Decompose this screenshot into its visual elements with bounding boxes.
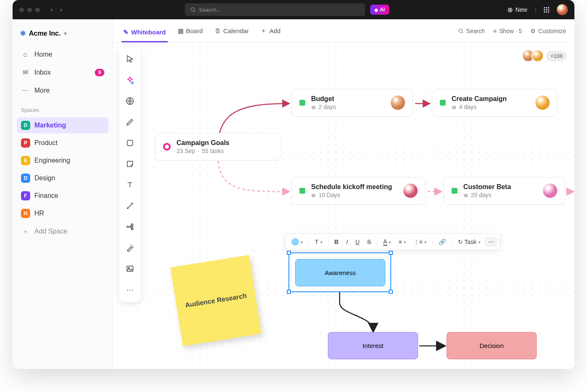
whiteboard-icon: ✎ bbox=[123, 29, 129, 36]
format-toolbar: ▾ T▾ B I U S A▾ ≡▾ ⋮≡▾ 🔗 ↻ Task ▾ bbox=[285, 234, 500, 250]
svg-point-7 bbox=[132, 224, 133, 226]
fill-color-picker[interactable]: ▾ bbox=[288, 236, 306, 247]
whiteboard-canvas[interactable]: +108 ⋯ bbox=[113, 43, 574, 369]
svg-rect-10 bbox=[127, 266, 133, 272]
status-dot-icon bbox=[299, 100, 305, 106]
inbox-badge: 9 bbox=[95, 69, 104, 76]
tab-board[interactable]: ▦ Board bbox=[176, 24, 205, 38]
flow-awareness[interactable]: Awareness bbox=[295, 259, 385, 286]
spaces-heading: Spaces bbox=[17, 100, 109, 116]
svg-point-0 bbox=[191, 8, 194, 11]
list-icon: ≣ bbox=[452, 104, 457, 110]
status-dot-icon bbox=[299, 188, 305, 194]
space-design[interactable]: D Design bbox=[17, 170, 109, 186]
workspace-switcher[interactable]: ✻ Acme Inc. ▾ bbox=[17, 26, 109, 41]
bold-button[interactable]: B bbox=[331, 237, 342, 247]
show-filter[interactable]: ≡ Show · 5 bbox=[493, 28, 522, 34]
svg-point-2 bbox=[459, 29, 462, 32]
link-button[interactable]: 🔗 bbox=[435, 237, 449, 247]
more-tools[interactable]: ⋯ bbox=[122, 282, 138, 298]
italic-button[interactable]: I bbox=[343, 237, 351, 247]
space-product[interactable]: P Product bbox=[17, 135, 109, 151]
nav-inbox[interactable]: ✉ Inbox 9 bbox=[17, 64, 109, 80]
svg-point-9 bbox=[132, 228, 133, 230]
tab-add-view[interactable]: ＋Add bbox=[259, 23, 282, 38]
list-icon: ≣ bbox=[463, 192, 468, 198]
window-controls[interactable] bbox=[13, 8, 47, 12]
back-button[interactable]: ‹ bbox=[51, 6, 53, 13]
calendar-icon: 🗓 bbox=[215, 27, 221, 34]
nav-home[interactable]: ⌂ Home bbox=[17, 47, 109, 62]
gear-icon: ⚙ bbox=[530, 28, 536, 34]
svg-line-1 bbox=[194, 10, 195, 12]
status-dot-icon bbox=[452, 188, 457, 194]
more-icon: ⋯ bbox=[21, 86, 29, 94]
text-color-picker[interactable]: A▾ bbox=[380, 236, 394, 247]
image-tool[interactable] bbox=[122, 261, 138, 277]
board-icon: ▦ bbox=[178, 27, 184, 35]
svg-rect-5 bbox=[127, 140, 133, 146]
magic-tool[interactable] bbox=[122, 240, 138, 256]
customize-button[interactable]: ⚙ Customize bbox=[530, 28, 566, 34]
space-finance[interactable]: F Finance bbox=[17, 188, 109, 204]
assignee-avatar bbox=[403, 184, 418, 198]
shape-tool[interactable] bbox=[122, 135, 138, 151]
nav-more[interactable]: ⋯ More bbox=[17, 82, 109, 99]
list-picker[interactable]: ⋮≡▾ bbox=[410, 237, 430, 247]
canvas-search[interactable]: Search bbox=[458, 28, 485, 34]
presence-indicator[interactable]: +108 bbox=[525, 49, 567, 62]
svg-line-3 bbox=[462, 32, 463, 33]
svg-point-8 bbox=[132, 226, 133, 228]
space-engineering[interactable]: E Engineering bbox=[17, 153, 109, 169]
ai-button[interactable]: ◉AI bbox=[370, 5, 389, 15]
card-create-campaign[interactable]: Create Campaign ≣4 days bbox=[432, 89, 558, 117]
sticky-tool[interactable] bbox=[122, 156, 138, 172]
select-tool[interactable] bbox=[122, 51, 138, 67]
status-ring-icon bbox=[163, 143, 171, 151]
assignee-avatar bbox=[391, 96, 405, 110]
presence-count: +108 bbox=[546, 51, 567, 61]
convert-task[interactable]: ↻ Task ▾ bbox=[455, 237, 484, 247]
ai-tool[interactable] bbox=[122, 72, 138, 88]
assignee-avatar bbox=[543, 184, 557, 198]
assignee-avatar bbox=[535, 96, 550, 110]
inbox-icon: ✉ bbox=[21, 68, 29, 76]
font-picker[interactable]: T▾ bbox=[312, 237, 326, 247]
pen-tool[interactable] bbox=[122, 114, 138, 130]
tab-whiteboard[interactable]: ✎ Whiteboard bbox=[122, 25, 168, 42]
sidebar: ✻ Acme Inc. ▾ ⌂ Home ✉ Inbox 9 ⋯ More Sp… bbox=[13, 19, 113, 369]
space-marketing[interactable]: D Marketing bbox=[17, 117, 109, 133]
svg-point-6 bbox=[127, 226, 129, 228]
sticky-note[interactable]: Audience Research bbox=[170, 255, 261, 346]
space-hr[interactable]: H HR bbox=[17, 205, 109, 221]
new-button[interactable]: ⊕New bbox=[507, 6, 527, 14]
strike-button[interactable]: S bbox=[364, 237, 374, 247]
presence-avatar bbox=[531, 49, 544, 62]
flow-decision[interactable]: Decision bbox=[447, 332, 537, 359]
underline-button[interactable]: U bbox=[352, 237, 363, 247]
status-dot-icon bbox=[440, 100, 446, 106]
card-budget[interactable]: Budget ≣2 days bbox=[291, 89, 413, 117]
mindmap-tool[interactable] bbox=[122, 219, 138, 235]
card-customer-beta[interactable]: Customer Beta ≣20 days bbox=[444, 177, 565, 205]
apps-icon[interactable] bbox=[544, 7, 549, 13]
web-tool[interactable] bbox=[122, 93, 138, 109]
selection-frame[interactable]: Awareness bbox=[288, 252, 391, 292]
flow-interest[interactable]: Interest bbox=[328, 332, 418, 359]
text-tool[interactable] bbox=[122, 177, 138, 193]
card-kickoff[interactable]: Schedule kickoff meeting ≣10 Days bbox=[291, 177, 426, 205]
workspace-logo-icon: ✻ bbox=[20, 29, 26, 37]
card-campaign-goals[interactable]: Campaign Goals 23 Sep·55 tasks bbox=[155, 133, 281, 161]
tool-panel: ⋯ bbox=[119, 47, 141, 302]
add-space-button[interactable]: ＋ Add Space bbox=[17, 223, 109, 240]
view-bar: ✎ Whiteboard ▦ Board 🗓 Calendar ＋Add bbox=[113, 19, 574, 43]
align-picker[interactable]: ≡▾ bbox=[395, 237, 409, 247]
user-avatar[interactable] bbox=[557, 4, 568, 15]
search-placeholder: Search... bbox=[199, 7, 221, 13]
toolbar-more[interactable]: ⋯ bbox=[485, 237, 497, 247]
global-search[interactable]: Search... bbox=[185, 3, 365, 16]
forward-button[interactable]: › bbox=[60, 6, 62, 13]
connector-tool[interactable] bbox=[122, 198, 138, 214]
tab-calendar[interactable]: 🗓 Calendar bbox=[213, 24, 251, 38]
list-icon: ≣ bbox=[311, 192, 316, 198]
